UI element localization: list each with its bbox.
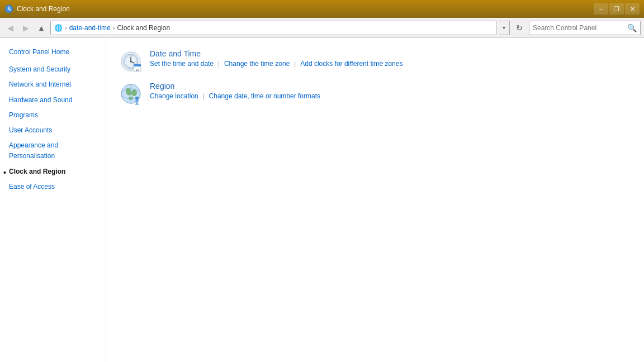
region-section: Region Change location | Change date, ti… [120, 82, 631, 105]
date-and-time-body: Date and Time Set the time and date | Ch… [150, 49, 402, 68]
window-controls: − ❐ ✕ [594, 3, 640, 15]
search-input[interactable] [533, 24, 625, 32]
region-icon [120, 83, 142, 105]
sidebar-item-network-and-internet[interactable]: Network and Internet [0, 77, 106, 92]
sidebar: Control Panel Home System and Security N… [0, 38, 106, 362]
address-globe-icon: 🌐 [54, 24, 63, 32]
close-button[interactable]: ✕ [625, 3, 640, 15]
back-button[interactable]: ◀ [3, 21, 17, 35]
svg-rect-11 [134, 64, 141, 66]
date-and-time-section: 12 Date and Time Set the time and date |… [120, 49, 631, 73]
date-and-time-icon: 12 [120, 50, 142, 73]
sidebar-item-clock-and-region[interactable]: Clock and Region [0, 164, 106, 179]
title-bar: Clock and Region − ❐ ✕ [0, 0, 644, 18]
sidebar-item-appearance-and-personalisation[interactable]: Appearance and Personalisation [0, 138, 106, 164]
sidebar-item-control-panel-home[interactable]: Control Panel Home [0, 45, 106, 60]
svg-point-3 [8, 8, 10, 9]
search-box: 🔍 [529, 21, 641, 35]
sidebar-item-system-and-security[interactable]: System and Security [0, 62, 106, 77]
refresh-button[interactable]: ↻ [512, 21, 527, 35]
address-dropdown-button[interactable]: ▾ [499, 21, 510, 35]
date-and-time-links: Set the time and date | Change the time … [150, 60, 402, 68]
region-body: Region Change location | Change date, ti… [150, 82, 320, 100]
address-bar: ◀ ▶ ▲ 🌐 › date-and-time › Clock and Regi… [0, 18, 644, 38]
region-links: Change location | Change date, time or n… [150, 92, 320, 100]
svg-point-20 [135, 97, 139, 100]
forward-button[interactable]: ▶ [19, 21, 32, 35]
address-path: 🌐 › date-and-time › Clock and Region [50, 21, 496, 35]
breadcrumb-clock-region: Clock and Region [117, 24, 170, 32]
region-title[interactable]: Region [150, 82, 320, 90]
set-time-date-link[interactable]: Set the time and date [150, 60, 214, 68]
restore-button[interactable]: ❐ [609, 3, 624, 15]
change-formats-link[interactable]: Change date, time or number formats [209, 92, 320, 100]
minimize-button[interactable]: − [594, 3, 608, 15]
svg-point-9 [130, 61, 132, 63]
up-button[interactable]: ▲ [35, 21, 48, 35]
add-clocks-link[interactable]: Add clocks for different time zones [300, 60, 402, 68]
main-layout: Control Panel Home System and Security N… [0, 38, 644, 362]
content-area: 12 Date and Time Set the time and date |… [106, 38, 644, 362]
svg-text:12: 12 [136, 68, 139, 72]
change-time-zone-link[interactable]: Change the time zone [224, 60, 290, 68]
window-title: Clock and Region [17, 5, 594, 13]
change-location-link[interactable]: Change location [150, 92, 198, 100]
svg-line-24 [137, 103, 139, 105]
window-icon [4, 4, 13, 13]
search-button[interactable]: 🔍 [627, 23, 637, 32]
breadcrumb-control-panel[interactable]: date-and-time [69, 24, 111, 32]
sidebar-item-programs[interactable]: Programs [0, 108, 106, 123]
date-and-time-title[interactable]: Date and Time [150, 49, 402, 58]
sidebar-item-hardware-and-sound[interactable]: Hardware and Sound [0, 93, 106, 108]
sidebar-item-ease-of-access[interactable]: Ease of Access [0, 179, 106, 194]
sidebar-item-user-accounts[interactable]: User Accounts [0, 123, 106, 138]
